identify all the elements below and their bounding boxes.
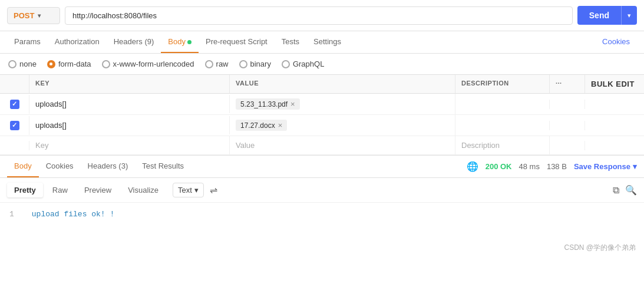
row1-checkbox[interactable] — [10, 100, 19, 109]
radio-binary[interactable]: binary — [239, 60, 271, 68]
response-content: 1 upload files ok! ! — [0, 203, 644, 238]
copy-icon[interactable]: ⧉ — [613, 185, 619, 196]
text-format-chevron-icon: ▾ — [194, 186, 199, 194]
line-number-1: 1 — [9, 210, 27, 219]
th-bulk: Bulk Edit — [585, 75, 644, 93]
empty-key-cell[interactable]: Key — [29, 136, 230, 154]
wrap-icon[interactable]: ⇌ — [210, 184, 217, 196]
radio-raw-label: raw — [216, 60, 229, 68]
radio-urlencoded-circle — [102, 60, 110, 68]
row2-desc-cell — [455, 121, 550, 130]
th-more: ··· — [550, 75, 585, 93]
radio-form-data-circle — [47, 60, 55, 68]
empty-more-cell — [550, 141, 585, 150]
radio-binary-label: binary — [250, 60, 271, 68]
row2-value-cell: 17.27.docx × — [230, 115, 455, 136]
radio-urlencoded[interactable]: x-www-form-urlencoded — [102, 60, 194, 68]
radio-none[interactable]: none — [8, 60, 37, 68]
row2-more-cell — [550, 121, 585, 130]
radio-form-data[interactable]: form-data — [47, 60, 91, 68]
response-time: 48 ms — [519, 162, 540, 171]
table-row-empty: Key Value Description — [0, 136, 644, 155]
row2-checkbox[interactable] — [10, 121, 19, 130]
row1-bulk-cell — [585, 100, 644, 109]
row2-check-cell — [0, 116, 29, 135]
format-raw[interactable]: Raw — [45, 183, 75, 197]
empty-key-placeholder: Key — [35, 141, 48, 150]
response-tab-headers[interactable]: Headers (3) — [81, 156, 136, 177]
row2-file-tag: 17.27.docx × — [236, 120, 287, 131]
send-arrow-button[interactable]: ▾ — [621, 6, 637, 25]
params-table: KEY VALUE DESCRIPTION ··· Bulk Edit uplo… — [0, 75, 644, 156]
save-response-button[interactable]: Save Response ▾ — [574, 162, 637, 171]
empty-desc-placeholder: Description — [461, 141, 500, 150]
radio-raw-circle — [205, 60, 213, 68]
th-key: KEY — [29, 75, 230, 93]
tab-params[interactable]: Params — [7, 31, 48, 53]
empty-check-cell — [0, 141, 29, 150]
format-pretty[interactable]: Pretty — [7, 183, 43, 197]
empty-value-placeholder: Value — [236, 141, 255, 150]
tab-cookies[interactable]: Cookies — [595, 31, 637, 53]
tab-tests[interactable]: Tests — [275, 31, 306, 53]
radio-raw[interactable]: raw — [205, 60, 229, 68]
format-preview[interactable]: Preview — [77, 183, 118, 197]
row2-bulk-cell — [585, 121, 644, 130]
response-line-1: 1 upload files ok! ! — [9, 210, 635, 219]
globe-icon: 🌐 — [467, 161, 478, 172]
radio-graphql-circle — [282, 60, 290, 68]
empty-value-cell[interactable]: Value — [230, 136, 455, 154]
row1-remove-icon[interactable]: × — [290, 100, 295, 108]
method-label: POST — [14, 11, 34, 20]
radio-form-data-label: form-data — [58, 60, 91, 68]
search-icon[interactable]: 🔍 — [625, 184, 637, 196]
radio-none-label: none — [19, 60, 37, 68]
th-check — [0, 75, 29, 93]
watermark: CSDN @学的像个弟弟 — [0, 238, 644, 258]
empty-desc-cell[interactable]: Description — [455, 136, 550, 154]
row1-file-tag: 5.23_11.33.pdf × — [236, 98, 300, 110]
row1-desc-cell — [455, 100, 550, 109]
top-bar: POST ▾ Send ▾ — [0, 0, 644, 31]
radio-graphql-label: GraphQL — [293, 60, 324, 68]
response-tab-cookies[interactable]: Cookies — [39, 156, 81, 177]
response-nav: Body Cookies Headers (3) Test Results 🌐 … — [0, 156, 644, 178]
radio-none-circle — [8, 60, 16, 68]
radio-urlencoded-label: x-www-form-urlencoded — [113, 60, 194, 68]
tab-pre-request-script[interactable]: Pre-request Script — [199, 31, 275, 53]
response-line-1-text: upload files ok! ! — [32, 210, 114, 219]
row2-key: uploads[] — [35, 121, 67, 130]
tab-settings[interactable]: Settings — [306, 31, 348, 53]
method-select[interactable]: POST ▾ — [7, 7, 60, 24]
row1-more-cell — [550, 100, 585, 109]
table-header: KEY VALUE DESCRIPTION ··· Bulk Edit — [0, 75, 644, 94]
empty-bulk-cell — [585, 141, 644, 150]
format-visualize[interactable]: Visualize — [121, 183, 166, 197]
text-format-select[interactable]: Text ▾ — [173, 183, 204, 197]
response-tab-test-results[interactable]: Test Results — [135, 156, 191, 177]
row2-file-name: 17.27.docx — [240, 121, 275, 130]
radio-binary-circle — [239, 60, 247, 68]
response-toolbar: Pretty Raw Preview Visualize Text ▾ ⇌ ⧉ … — [0, 178, 644, 203]
tab-authorization[interactable]: Authorization — [48, 31, 107, 53]
text-format-label: Text — [178, 186, 192, 194]
nav-tabs: Params Authorization Headers (9) Body Pr… — [0, 31, 644, 54]
row1-key: uploads[] — [35, 100, 67, 108]
row2-remove-icon[interactable]: × — [278, 121, 283, 130]
row2-key-cell: uploads[] — [29, 116, 230, 134]
send-button[interactable]: Send — [577, 6, 621, 25]
radio-graphql[interactable]: GraphQL — [282, 60, 324, 68]
url-input[interactable] — [65, 6, 573, 25]
table-row: uploads[] 17.27.docx × — [0, 115, 644, 136]
row1-check-cell — [0, 95, 29, 114]
response-tab-body[interactable]: Body — [7, 156, 39, 177]
tab-headers[interactable]: Headers (9) — [107, 31, 161, 53]
method-chevron-icon: ▾ — [38, 12, 41, 19]
send-btn-group: Send ▾ — [577, 6, 637, 25]
body-active-dot — [187, 40, 191, 44]
save-response-label: Save Response — [574, 162, 630, 171]
bulk-edit-label: Bulk Edit — [591, 80, 635, 88]
row1-value-cell: 5.23_11.33.pdf × — [230, 94, 455, 114]
save-response-chevron-icon: ▾ — [633, 162, 637, 171]
tab-body[interactable]: Body — [161, 31, 199, 53]
